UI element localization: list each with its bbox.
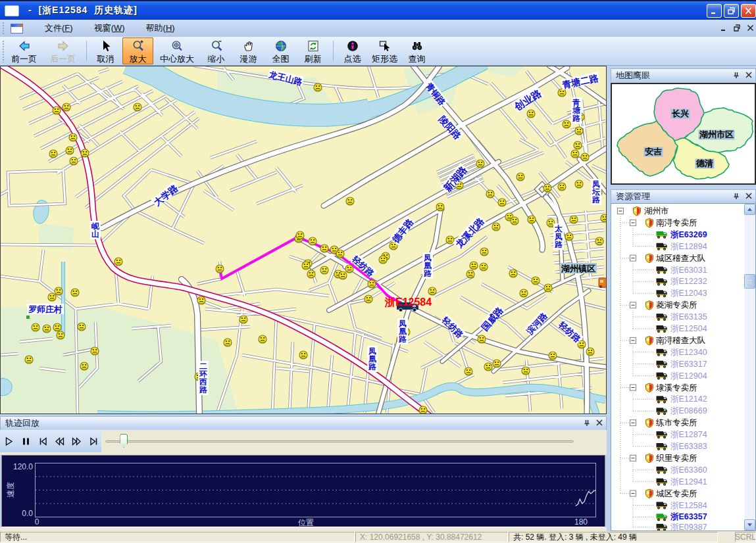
pin-icon[interactable] bbox=[732, 71, 740, 81]
vehicle-smiley-marker[interactable] bbox=[575, 127, 583, 135]
tree-vehicle-row[interactable]: 浙E63317 bbox=[657, 360, 707, 369]
vehicle-smiley-marker[interactable] bbox=[80, 362, 88, 370]
tree-vehicle-row[interactable]: 浙E12504 bbox=[657, 324, 707, 333]
toolbar-button-cursor[interactable]: 取消 bbox=[90, 37, 121, 64]
vehicle-smiley-marker[interactable] bbox=[492, 223, 500, 231]
vehicle-smiley-marker[interactable] bbox=[575, 180, 583, 188]
tree-vehicle-row[interactable]: 浙E12142 bbox=[657, 394, 707, 404]
tree-vehicle-row[interactable]: 浙E12584 bbox=[657, 501, 707, 510]
vehicle-smiley-marker[interactable] bbox=[345, 265, 353, 273]
menu-item-W[interactable]: 视窗(W) bbox=[88, 20, 131, 36]
close-icon[interactable] bbox=[745, 192, 753, 202]
vehicle-smiley-marker[interactable] bbox=[527, 110, 535, 118]
vehicle-smiley-marker[interactable] bbox=[571, 150, 579, 158]
vehicle-smiley-marker[interactable] bbox=[339, 272, 347, 279]
playback-pause-button[interactable] bbox=[18, 433, 34, 449]
toolbar-button-arrow-right[interactable]: 后一页 bbox=[44, 37, 82, 64]
vehicle-smiley-marker[interactable] bbox=[259, 335, 266, 343]
vehicle-smiley-marker[interactable] bbox=[511, 217, 518, 225]
toolbar-button-zoom-center[interactable]: 中心放大 bbox=[155, 37, 199, 64]
playback-skip-end-button[interactable] bbox=[86, 433, 101, 449]
document-icon[interactable] bbox=[11, 24, 23, 34]
vehicle-smiley-marker[interactable] bbox=[296, 231, 304, 239]
vehicle-smiley-marker[interactable] bbox=[478, 335, 486, 343]
vehicle-smiley-marker[interactable] bbox=[239, 316, 247, 323]
vehicle-smiley-marker[interactable] bbox=[216, 265, 224, 273]
vehicle-smiley-marker[interactable] bbox=[81, 149, 89, 157]
vehicle-smiley-marker[interactable] bbox=[528, 216, 536, 224]
title-bar[interactable]: - [浙E12584 历史轨迹] bbox=[0, 0, 756, 20]
tree-vehicle-row[interactable]: 浙E63135 bbox=[657, 312, 707, 321]
vehicle-smiley-marker[interactable] bbox=[71, 289, 79, 296]
vehicle-smiley-marker[interactable] bbox=[197, 296, 205, 304]
slider-groove[interactable] bbox=[105, 440, 574, 442]
playback-slider[interactable] bbox=[105, 430, 574, 452]
vehicle-smiley-marker[interactable] bbox=[595, 237, 603, 245]
vehicle-smiley-marker[interactable] bbox=[484, 363, 492, 371]
close-icon[interactable] bbox=[595, 419, 603, 429]
menubar-gripper[interactable] bbox=[2, 22, 5, 35]
pin-icon[interactable] bbox=[583, 419, 591, 429]
slider-thumb[interactable] bbox=[120, 434, 128, 448]
tree-vehicle-row[interactable]: 浙E63383 bbox=[657, 442, 707, 451]
vehicle-smiley-marker[interactable] bbox=[470, 262, 478, 270]
vehicle-smiley-marker[interactable] bbox=[428, 287, 436, 295]
playback-rewind-button[interactable] bbox=[52, 433, 68, 449]
close-button[interactable] bbox=[741, 4, 756, 18]
vehicle-smiley-marker[interactable] bbox=[114, 258, 122, 266]
toolbar-button-zoom-out[interactable]: 缩小 bbox=[201, 37, 232, 64]
tree-group-row[interactable]: 城区专卖所 bbox=[630, 489, 697, 498]
vehicle-smiley-marker[interactable] bbox=[436, 203, 444, 211]
scrollbar-thumb[interactable] bbox=[744, 274, 755, 289]
vehicle-smiley-marker[interactable] bbox=[25, 356, 33, 364]
tree-group-row[interactable]: 菱湖专卖所 bbox=[630, 300, 697, 310]
tree-vehicle-row[interactable]: 浙E12340 bbox=[657, 348, 707, 357]
vehicle-smiley-marker[interactable] bbox=[63, 103, 70, 111]
tree-group-row[interactable]: 织里专卖所 bbox=[630, 454, 697, 463]
toolbar-button-binoculars[interactable]: 查询 bbox=[401, 37, 432, 64]
vehicle-smiley-marker[interactable] bbox=[53, 106, 61, 114]
eagle-eye-minimap[interactable]: 长兴湖州市区安吉德清 bbox=[611, 83, 756, 185]
tree-group-row[interactable]: 南浔专卖所 bbox=[630, 218, 697, 227]
tree-group-row[interactable]: 南浔稽查大队 bbox=[630, 336, 706, 345]
vehicle-smiley-marker[interactable] bbox=[55, 287, 63, 295]
vehicle-smiley-marker[interactable] bbox=[314, 83, 322, 91]
vehicle-smiley-marker[interactable] bbox=[307, 270, 315, 278]
vehicle-smiley-marker[interactable] bbox=[581, 153, 589, 161]
vehicle-smiley-marker[interactable] bbox=[70, 157, 78, 165]
vehicle-smiley-marker[interactable] bbox=[53, 323, 61, 331]
vehicle-smiley-marker[interactable] bbox=[544, 284, 552, 292]
vehicle-smiley-marker[interactable] bbox=[299, 351, 307, 359]
vehicle-smiley-marker[interactable] bbox=[574, 141, 582, 149]
vehicle-smiley-marker[interactable] bbox=[480, 263, 488, 271]
tree-vehicle-row[interactable]: 浙E08669 bbox=[657, 406, 707, 415]
vehicle-smiley-marker[interactable] bbox=[498, 199, 506, 206]
scroll-up-button[interactable] bbox=[744, 204, 755, 215]
vehicle-smiley-marker[interactable] bbox=[224, 339, 232, 346]
restore-button[interactable] bbox=[724, 4, 739, 18]
mdi-close-button[interactable] bbox=[747, 24, 754, 34]
mdi-restore-button[interactable] bbox=[734, 24, 741, 34]
vehicle-smiley-marker[interactable] bbox=[336, 250, 344, 258]
vehicle-smiley-marker[interactable] bbox=[509, 270, 517, 277]
tree-vehicle-row[interactable]: 浙E09387 bbox=[657, 523, 707, 531]
mdi-minimize-button[interactable] bbox=[720, 24, 728, 34]
tree-vehicle-row[interactable]: 浙E12904 bbox=[657, 371, 707, 381]
vehicle-smiley-marker[interactable] bbox=[78, 323, 86, 331]
playback-play-button[interactable] bbox=[1, 433, 17, 449]
vehicle-smiley-marker[interactable] bbox=[563, 120, 570, 128]
toolbar-button-refresh[interactable]: 刷新 bbox=[297, 37, 328, 64]
vehicle-smiley-marker[interactable] bbox=[486, 190, 494, 198]
vehicle-smiley-marker[interactable] bbox=[522, 367, 530, 375]
vehicle-smiley-marker[interactable] bbox=[480, 248, 488, 256]
tree-vehicle-row[interactable]: 浙E63031 bbox=[657, 266, 707, 275]
tree-scrollbar[interactable] bbox=[744, 204, 755, 531]
vehicle-smiley-marker[interactable] bbox=[320, 266, 328, 274]
vehicle-smiley-marker[interactable] bbox=[419, 406, 427, 413]
vehicle-smiley-marker[interactable] bbox=[466, 270, 474, 278]
tree-group-row[interactable]: 湖州市 bbox=[618, 206, 669, 216]
tree-vehicle-row[interactable]: 浙E12232 bbox=[657, 277, 707, 286]
menu-item-F[interactable]: 文件(F) bbox=[39, 20, 79, 36]
tree-vehicle-row[interactable]: 浙E12894 bbox=[657, 242, 707, 251]
vehicle-smiley-marker[interactable] bbox=[43, 325, 51, 333]
